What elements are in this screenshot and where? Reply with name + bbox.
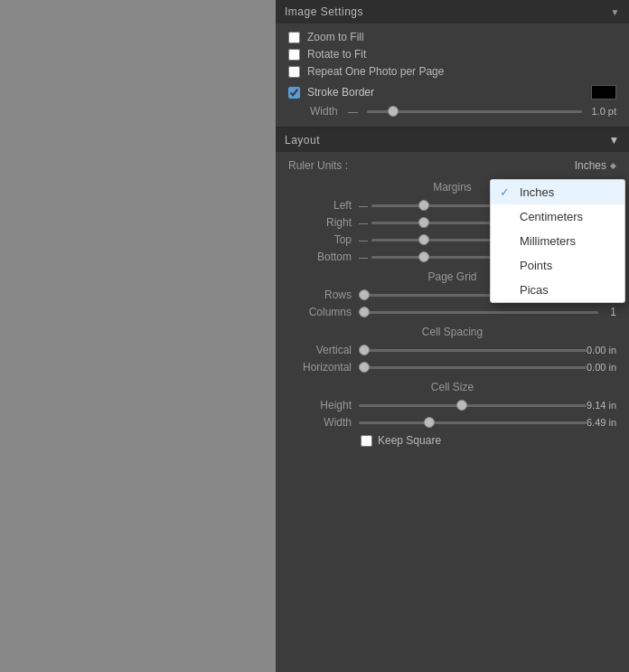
vertical-spacing-slider-container (359, 344, 587, 356)
dropdown-item-inches[interactable]: ✓ Inches (491, 180, 624, 204)
dropdown-item-millimeters[interactable]: Millimeters (491, 229, 624, 253)
layout-chevron: ▼ (609, 134, 620, 147)
repeat-one-photo-row: Repeat One Photo per Page (288, 65, 616, 78)
stroke-border-row: Stroke Border (288, 85, 616, 99)
cell-size-label: Cell Size (288, 381, 616, 393)
keep-square-label: Keep Square (378, 434, 441, 447)
inches-label: Inches (520, 185, 554, 199)
columns-row: Columns 1 (288, 306, 616, 318)
dropdown-item-centimeters[interactable]: Centimeters (491, 204, 624, 229)
horizontal-spacing-slider[interactable] (359, 366, 587, 369)
ruler-units-dropdown-icon: ◆ (610, 161, 616, 170)
centimeters-label: Centimeters (520, 210, 583, 223)
horizontal-spacing-row: Horizontal 0.00 in (288, 361, 616, 374)
columns-slider[interactable] (359, 311, 598, 314)
left-margin-dash: — (359, 201, 368, 211)
columns-slider-container (359, 306, 598, 318)
horizontal-spacing-slider-container (359, 361, 587, 374)
columns-value: 1 (598, 306, 616, 318)
height-size-label: Height (288, 399, 352, 412)
vertical-spacing-value: 0.00 in (587, 345, 616, 355)
repeat-one-photo-checkbox[interactable] (288, 66, 300, 78)
millimeters-label: Millimeters (520, 234, 576, 248)
horizontal-spacing-value: 0.00 in (587, 362, 616, 373)
top-margin-label: Top (288, 233, 352, 246)
right-panel: Image Settings ▼ Zoom to Fill Rotate to … (276, 0, 629, 672)
height-size-slider-container (359, 399, 587, 412)
vertical-spacing-row: Vertical 0.00 in (288, 344, 616, 356)
vertical-spacing-slider[interactable] (359, 349, 587, 352)
left-margin-label: Left (288, 199, 352, 212)
keep-square-row: Keep Square (288, 434, 616, 447)
ruler-units-value: Inches (575, 159, 606, 172)
columns-label: Columns (288, 306, 352, 318)
layout-body: Ruler Units : Inches ◆ ✓ Inches Centimet… (276, 152, 629, 672)
zoom-to-fill-checkbox[interactable] (288, 32, 300, 43)
width-row: Width — 1.0 pt (288, 105, 616, 118)
width-label: Width (310, 105, 343, 118)
inches-check-icon: ✓ (500, 185, 512, 199)
top-margin-dash: — (359, 235, 368, 245)
image-settings-chevron: ▼ (611, 7, 620, 17)
image-settings-title: Image Settings (285, 5, 363, 18)
vertical-spacing-label: Vertical (288, 344, 352, 356)
width-size-label: Width (288, 416, 352, 429)
width-value: 1.0 pt (587, 106, 616, 117)
zoom-to-fill-label: Zoom to Fill (307, 31, 364, 43)
width-slider[interactable] (367, 110, 582, 113)
ruler-units-dropdown: ✓ Inches Centimeters Millimeters Points (490, 179, 625, 303)
left-panel (0, 0, 276, 672)
width-size-value: 6.49 in (587, 417, 616, 428)
width-size-row: Width 6.49 in (288, 416, 616, 429)
image-settings-header[interactable]: Image Settings ▼ (276, 0, 629, 24)
width-dash-icon: — (348, 106, 358, 117)
layout-title: Layout (285, 134, 320, 147)
layout-header[interactable]: Layout ▼ (276, 128, 629, 152)
cell-spacing-label: Cell Spacing (288, 326, 616, 338)
rows-label: Rows (288, 289, 352, 301)
repeat-one-photo-label: Repeat One Photo per Page (307, 65, 444, 78)
ruler-units-select[interactable]: Inches ◆ ✓ Inches Centimeters Millimeter… (575, 159, 616, 172)
rotate-to-fit-row: Rotate to Fit (288, 48, 616, 61)
width-size-slider-container (359, 416, 587, 429)
points-label: Points (520, 259, 552, 272)
horizontal-spacing-label: Horizontal (288, 361, 352, 374)
height-size-value: 9.14 in (587, 400, 616, 411)
image-settings-body: Zoom to Fill Rotate to Fit Repeat One Ph… (276, 24, 629, 128)
bottom-margin-label: Bottom (288, 251, 352, 263)
stroke-border-label: Stroke Border (307, 86, 584, 99)
rotate-to-fit-label: Rotate to Fit (307, 48, 366, 61)
width-size-slider[interactable] (359, 421, 587, 424)
stroke-border-checkbox[interactable] (288, 87, 300, 99)
picas-label: Picas (520, 283, 549, 297)
rotate-to-fit-checkbox[interactable] (288, 49, 300, 61)
right-margin-dash: — (359, 218, 368, 228)
stroke-color-swatch[interactable] (591, 85, 616, 99)
keep-square-checkbox[interactable] (361, 435, 372, 447)
zoom-to-fill-row: Zoom to Fill (288, 31, 616, 43)
width-slider-container (367, 105, 582, 118)
right-margin-label: Right (288, 216, 352, 229)
dropdown-item-picas[interactable]: Picas (491, 278, 624, 302)
height-size-row: Height 9.14 in (288, 399, 616, 412)
bottom-margin-dash: — (359, 252, 368, 262)
ruler-units-row: Ruler Units : Inches ◆ ✓ Inches Centimet… (288, 159, 616, 172)
height-size-slider[interactable] (359, 404, 587, 407)
ruler-units-label: Ruler Units : (288, 159, 348, 172)
dropdown-item-points[interactable]: Points (491, 253, 624, 278)
